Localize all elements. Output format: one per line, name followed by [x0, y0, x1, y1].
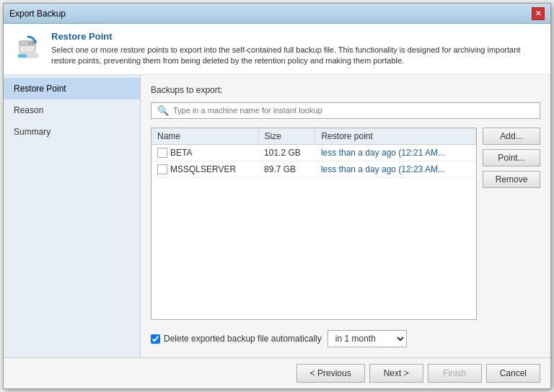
table-row[interactable]: BETA 101.2 GB less than a day ago (12:21…	[151, 144, 476, 161]
row-beta-name: BETA	[151, 144, 258, 161]
next-button[interactable]: Next >	[369, 364, 423, 383]
svg-point-3	[29, 43, 31, 45]
sidebar-item-summary[interactable]: Summary	[4, 121, 140, 143]
retention-dropdown[interactable]: in 1 month in 1 week in 3 months in 6 mo…	[327, 330, 407, 347]
footer: < Previous Next > Finish Cancel	[4, 357, 550, 388]
search-box: 🔍	[151, 102, 540, 119]
col-header-size: Size	[258, 128, 315, 145]
backups-table: Name Size Restore point BETA	[151, 128, 476, 178]
header-icon-area	[14, 31, 43, 60]
table-header-row: Name Size Restore point	[151, 128, 476, 145]
sidebar-item-restore-point[interactable]: Restore Point	[4, 78, 140, 99]
header-section: Restore Point Select one or more restore…	[4, 24, 550, 75]
svg-rect-6	[18, 54, 27, 58]
row-mssql-restore-point: less than a day ago (12:23 AM...	[315, 161, 476, 177]
server-icon-beta	[157, 148, 167, 158]
server-icon-mssql	[157, 164, 167, 174]
export-backup-dialog: Export Backup ✕ Restore Point Select on	[3, 3, 551, 389]
search-input[interactable]	[173, 106, 534, 115]
row-mssql-name: MSSQLSERVER	[151, 161, 258, 177]
search-icon: 🔍	[157, 105, 169, 116]
cancel-button[interactable]: Cancel	[486, 364, 540, 383]
main-content: Restore Point Reason Summary Backups to …	[4, 75, 550, 357]
header-description: Select one or more restore points to exp…	[51, 45, 540, 67]
table-row-container: Name Size Restore point BETA	[151, 128, 540, 320]
dialog-title: Export Backup	[9, 9, 66, 19]
table-row[interactable]: MSSQLSERVER 89.7 GB less than a day ago …	[151, 161, 476, 177]
finish-button[interactable]: Finish	[428, 364, 482, 383]
row-beta-restore-point: less than a day ago (12:21 AM...	[315, 144, 476, 161]
close-button[interactable]: ✕	[532, 7, 545, 20]
sidebar-item-reason[interactable]: Reason	[4, 99, 140, 121]
header-text: Restore Point Select one or more restore…	[51, 31, 540, 67]
backups-table-container: Name Size Restore point BETA	[151, 128, 477, 320]
svg-point-2	[32, 43, 34, 45]
action-buttons: Add... Point... Remove	[483, 128, 540, 320]
bottom-options-row: Delete exported backup file automaticall…	[151, 330, 540, 347]
delete-checkbox-label: Delete exported backup file automaticall…	[151, 334, 322, 344]
previous-button[interactable]: < Previous	[296, 364, 365, 383]
content-area: Backups to export: 🔍 Name Size Restore p…	[141, 75, 550, 357]
row-beta-size: 101.2 GB	[258, 144, 315, 161]
backups-label: Backups to export:	[151, 85, 540, 95]
delete-checkbox[interactable]	[151, 334, 160, 344]
title-bar: Export Backup ✕	[4, 4, 550, 24]
sidebar: Restore Point Reason Summary	[4, 75, 141, 357]
point-button[interactable]: Point...	[483, 149, 540, 166]
row-mssql-size: 89.7 GB	[258, 161, 315, 177]
restore-point-icon	[14, 31, 43, 60]
header-title: Restore Point	[51, 31, 540, 42]
col-header-name: Name	[151, 128, 258, 145]
add-button[interactable]: Add...	[483, 128, 540, 145]
remove-button[interactable]: Remove	[483, 171, 540, 188]
col-header-restore-point: Restore point	[315, 128, 476, 145]
